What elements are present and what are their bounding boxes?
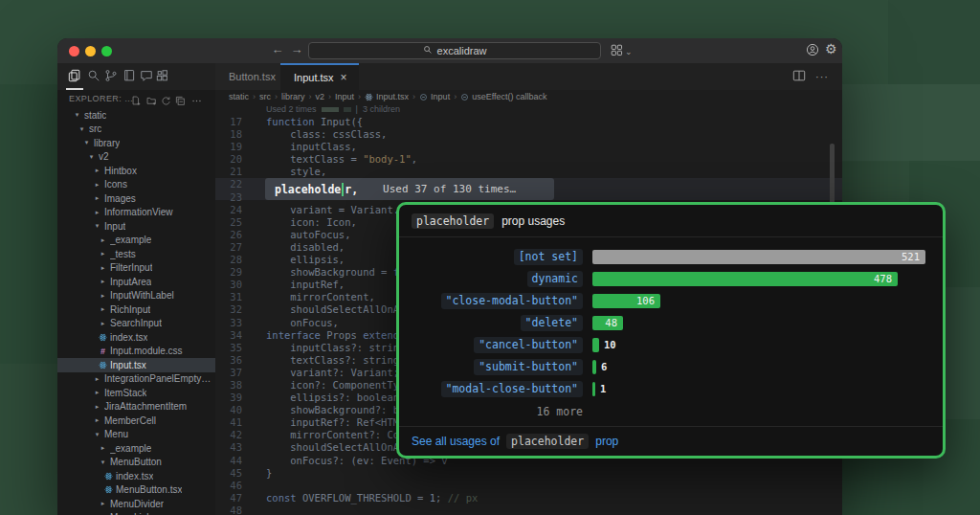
tree-folder-hintbox[interactable]: ▸Hintbox: [57, 164, 215, 178]
line-number: 39: [215, 392, 242, 404]
tree-folder-menulink[interactable]: ▸MenuLink: [57, 511, 215, 515]
tree-folder-richinput[interactable]: ▸RichInput: [57, 302, 215, 317]
tree-folder-menu[interactable]: ▾Menu: [57, 428, 215, 442]
tree-folder-library[interactable]: ▾library: [57, 136, 215, 150]
files-icon[interactable]: [67, 69, 82, 84]
tree-folder-inputwithlabel[interactable]: ▸InputWithLabel: [57, 289, 215, 303]
chart-row: "delete"48: [399, 312, 943, 334]
background-tile: [888, 0, 980, 84]
value-label: 10: [604, 338, 616, 352]
tree-folder-src[interactable]: ▾src: [57, 123, 215, 137]
chevron-collapsed-icon: ▸: [99, 320, 107, 327]
refresh-icon[interactable]: [160, 93, 172, 105]
line-number: 28: [215, 254, 242, 266]
code-lens-children: 3 children: [363, 104, 400, 114]
breadcrumb-label: useEffect() callback: [472, 92, 546, 101]
tree-file-index-tsx[interactable]: index.tsx: [57, 469, 215, 483]
tree-folder-images[interactable]: ▸Images: [57, 191, 215, 206]
tree-folder-jiraattachmentitem[interactable]: ▸JiraAttachmentItem: [57, 400, 215, 414]
breadcrumb-item[interactable]: Input: [419, 92, 450, 101]
tree-folder-itemstack[interactable]: ▸ItemStack: [57, 386, 215, 400]
split-editor-icon[interactable]: [792, 69, 806, 86]
more-actions-icon[interactable]: ···: [815, 69, 829, 86]
more-count-row: 16 more: [399, 400, 943, 422]
line-number: 31: [215, 291, 242, 303]
minimize-window-button[interactable]: [85, 46, 96, 56]
code-text: inputClass,: [266, 141, 357, 153]
close-window-button[interactable]: [69, 46, 79, 56]
breadcrumb-item[interactable]: useEffect() callback: [460, 92, 546, 101]
tree-folder--tests[interactable]: ▸_tests: [57, 247, 215, 261]
command-center-search[interactable]: excalidraw: [308, 42, 601, 59]
breadcrumb-item[interactable]: library: [281, 92, 305, 101]
breadcrumb[interactable]: static›src›library›v2›Input›Input.tsx›In…: [229, 90, 547, 103]
book-icon[interactable]: [122, 69, 137, 84]
close-tab-icon[interactable]: ×: [341, 71, 347, 84]
breadcrumb-item[interactable]: Input: [335, 92, 354, 101]
line-number: 19: [215, 141, 242, 153]
line-number: 30: [215, 279, 242, 291]
settings-gear-icon[interactable]: ⚙: [825, 41, 837, 56]
new-folder-icon[interactable]: [145, 93, 158, 105]
tree-folder-menudivider[interactable]: ▸MenuDivider: [57, 497, 215, 511]
tree-file-menubutton-tsx[interactable]: MenuButton.tsx: [57, 483, 215, 498]
breadcrumb-item[interactable]: Input.tsx: [365, 92, 409, 101]
breadcrumb-item[interactable]: static: [229, 92, 249, 101]
tree-folder--example[interactable]: ▸_example: [57, 441, 215, 456]
zoom-window-button[interactable]: [101, 46, 112, 56]
token-text: placeholde: [275, 183, 341, 196]
tree-folder-v2[interactable]: ▾v2: [57, 150, 215, 165]
tree-file-input-module-css[interactable]: #Input.module.css: [57, 345, 215, 359]
navigate-forward-button[interactable]: →: [289, 42, 304, 56]
tab-button-tsx[interactable]: Button.tsx: [215, 63, 280, 90]
tree-folder-searchinput[interactable]: ▸SearchInput: [57, 317, 215, 331]
tree-folder-filterinput[interactable]: ▸FilterInput: [57, 261, 215, 276]
search-icon[interactable]: [86, 69, 101, 84]
tab-input-tsx[interactable]: Input.tsx ×: [280, 63, 359, 90]
code-text: inputRef,: [266, 279, 345, 291]
new-file-icon[interactable]: [130, 93, 143, 105]
tree-folder-menubutton[interactable]: ▾MenuButton: [57, 456, 215, 470]
extensions-icon[interactable]: [155, 69, 170, 84]
line-number: 42: [215, 429, 242, 441]
navigate-back-button[interactable]: ←: [270, 42, 285, 56]
usage-bar: [592, 382, 595, 396]
tree-item-label: static: [84, 110, 106, 121]
tree-folder-inputarea[interactable]: ▸InputArea: [57, 275, 215, 289]
prop-name-chip: placeholder: [412, 213, 494, 229]
tree-folder-informationview[interactable]: ▸InformationView: [57, 206, 215, 220]
chevron-collapsed-icon: ▸: [93, 181, 101, 189]
tree-file-index-tsx[interactable]: index.tsx: [57, 330, 215, 345]
symbol-icon: [460, 93, 469, 101]
layout-grid-dropdown[interactable]: ⌄: [611, 43, 633, 60]
usage-bar: [592, 360, 596, 374]
breadcrumb-separator: ›: [309, 92, 312, 101]
chat-icon[interactable]: [139, 69, 154, 84]
collapse-all-icon[interactable]: [174, 93, 187, 105]
breadcrumb-item[interactable]: v2: [316, 92, 325, 101]
category-label: "modal-close-button": [441, 381, 583, 397]
react-file-icon: [99, 333, 107, 342]
desktop: ← → excalidraw ⌄ ⚙ Button.tsx Input.tsx: [0, 0, 980, 515]
value-label: 6: [601, 360, 607, 374]
code-lens[interactable]: Used 2 times | 3 children: [266, 103, 400, 115]
line-number: 34: [215, 329, 242, 342]
tree-folder-membercell[interactable]: ▸MemberCell: [57, 414, 215, 428]
tree-folder-icons[interactable]: ▸Icons: [57, 178, 215, 192]
breadcrumb-item[interactable]: src: [259, 92, 271, 101]
line-number: 41: [215, 416, 242, 429]
tree-file-input-tsx[interactable]: Input.tsx: [57, 358, 215, 372]
line-number: 26: [215, 229, 242, 241]
tree-folder-integrationpanelemptystate[interactable]: ▸IntegrationPanelEmptyState: [57, 372, 215, 387]
tree-item-label: v2: [99, 151, 109, 162]
line-number: 47: [215, 492, 242, 504]
tree-folder--example[interactable]: ▸_example: [57, 234, 215, 248]
source-control-icon[interactable]: [103, 69, 119, 84]
tree-folder-input[interactable]: ▾Input: [57, 219, 215, 234]
account-icon[interactable]: [806, 43, 819, 60]
see-all-usages-link[interactable]: See all usages of placeholder prop: [399, 426, 943, 456]
tree-folder-static[interactable]: ▾static: [57, 108, 215, 123]
background-tile: [0, 364, 57, 515]
more-icon[interactable]: [190, 93, 203, 105]
tree-item-label: index.tsx: [116, 471, 153, 481]
